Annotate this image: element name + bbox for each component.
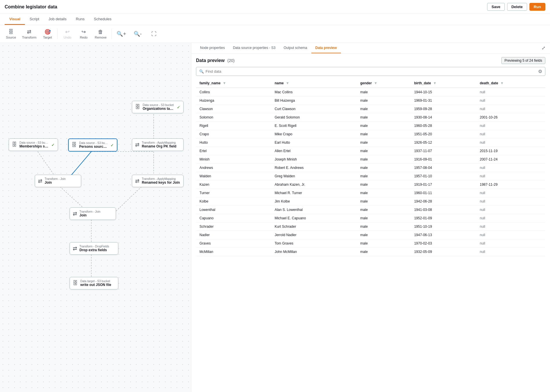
- panel-tab-data-source-properties[interactable]: Data source properties - S3: [229, 43, 279, 53]
- undo-button[interactable]: ↩ Undo: [60, 28, 75, 40]
- node-rename-org[interactable]: ⇄ Transform - ApplyMapping Rename Org PK…: [132, 138, 184, 151]
- cell-name: Mike Crapo: [271, 130, 357, 138]
- cell-gender: male: [357, 172, 411, 180]
- cell-name: Joseph Minish: [271, 155, 357, 164]
- drop-fields-icon: ⇄: [73, 245, 77, 252]
- target-button[interactable]: 🎯 Target: [40, 28, 55, 40]
- panel-tab-data-preview[interactable]: Data preview: [311, 43, 341, 53]
- cell-name: Mac Collins: [271, 88, 357, 96]
- renamed-keys-label: Transform - ApplyMapping: [142, 177, 180, 180]
- cell-family_name: Collins: [196, 88, 271, 96]
- data-table-container[interactable]: family_name ▼ name ▼ gender ▼ birth_date…: [196, 79, 545, 392]
- col-family-name[interactable]: family_name ▼: [196, 79, 271, 88]
- persons-icon: 🗄: [72, 142, 77, 148]
- cell-name: Tom Graves: [271, 239, 357, 248]
- transform-label: Transform: [22, 36, 37, 39]
- cell-death_date: null: [476, 130, 545, 138]
- save-button[interactable]: Save: [487, 3, 504, 11]
- zoom-out-icon: 🔍-: [134, 31, 142, 37]
- zoom-out-button[interactable]: 🔍-: [130, 30, 145, 38]
- cell-death_date: null: [476, 223, 545, 231]
- zoom-in-button[interactable]: 🔍+: [114, 30, 129, 38]
- table-row: AndrewsRobert E. Andrewsmale1957-08-04nu…: [196, 164, 545, 172]
- canvas[interactable]: 🗄 Data source - S3 bucket Memberships so…: [0, 43, 191, 392]
- delete-button[interactable]: Delete: [507, 3, 527, 11]
- node-persons[interactable]: 🗄 Data source - S3 bucket Persons source…: [68, 138, 117, 152]
- cell-family_name: Ertel: [196, 147, 271, 155]
- cell-gender: male: [357, 231, 411, 239]
- cell-family_name: Rigell: [196, 122, 271, 130]
- target-label: Target: [43, 36, 52, 39]
- cell-name: Kurt Schrader: [271, 223, 357, 231]
- node-join1[interactable]: ⇄ Transform - Join Join: [35, 175, 81, 187]
- cell-death_date: null: [476, 214, 545, 223]
- tab-visual[interactable]: Visual: [5, 14, 25, 25]
- cell-name: Greg Walden: [271, 172, 357, 180]
- null-value: null: [480, 199, 485, 203]
- cell-birth_date: 1951-10-19: [411, 223, 476, 231]
- data-preview-title: Data preview (20): [196, 58, 235, 63]
- node-organizations[interactable]: 🗄 Data source - S3 bucket Organizations …: [132, 101, 184, 113]
- cell-gender: male: [357, 113, 411, 122]
- transform-button[interactable]: ⇄ Transform: [20, 28, 39, 40]
- col-name[interactable]: name ▼: [271, 79, 357, 88]
- cell-family_name: Graves: [196, 239, 271, 248]
- cell-death_date: null: [476, 189, 545, 197]
- node-target[interactable]: 🗄 Data target - S3 bucket write out JSON…: [70, 277, 118, 289]
- table-row: ErtelAllen Ertelmale1937-11-072015-11-19: [196, 147, 545, 155]
- null-value: null: [480, 166, 485, 170]
- header: Combine legislator data Save Delete Run: [0, 0, 550, 14]
- cell-death_date: 1987-11-29: [476, 180, 545, 189]
- tab-script[interactable]: Script: [25, 14, 44, 25]
- table-row: WaldenGreg Waldenmale1957-01-10null: [196, 172, 545, 180]
- node-drop-fields[interactable]: ⇄ Transform - DropFields Drop extra fiel…: [70, 242, 118, 255]
- table-row: CollinsMac Collinsmale1944-10-15null: [196, 88, 545, 96]
- redo-button[interactable]: ↪ Redo: [76, 28, 91, 40]
- search-input[interactable]: [206, 69, 536, 74]
- cell-name: Abraham Kazen, Jr.: [271, 180, 357, 189]
- col-birth-date[interactable]: birth_date ▼: [411, 79, 476, 88]
- data-preview-panel: Data preview (20) Previewing 5 of 24 fie…: [191, 54, 550, 392]
- remove-label: Remove: [95, 36, 107, 39]
- cell-birth_date: 1960-01-11: [411, 189, 476, 197]
- table-row: KolbeJim Kolbemale1942-06-28null: [196, 197, 545, 206]
- rename-org-label: Transform - ApplyMapping: [142, 141, 180, 144]
- col-gender[interactable]: gender ▼: [357, 79, 411, 88]
- run-button[interactable]: Run: [529, 3, 545, 11]
- node-join2[interactable]: ⇄ Transform - Join Join: [70, 207, 116, 220]
- cell-gender: male: [357, 105, 411, 113]
- rename-org-title: Rename Org PK field: [142, 144, 180, 148]
- node-renamed-keys[interactable]: ⇄ Transform - ApplyMapping Renamed keys …: [132, 175, 184, 187]
- cell-name: Earl Hutto: [271, 138, 357, 147]
- node-memberships[interactable]: 🗄 Data source - S3 bucket Memberships so…: [9, 138, 58, 151]
- cell-birth_date: 1957-08-04: [411, 164, 476, 172]
- remove-button[interactable]: 🗑 Remove: [92, 28, 109, 40]
- settings-icon[interactable]: ⚙: [538, 69, 542, 74]
- source-button[interactable]: 🗄 Source: [3, 28, 19, 40]
- cell-death_date: null: [476, 164, 545, 172]
- organizations-content: Data source - S3 bucket Organizations ta…: [143, 103, 175, 111]
- remove-icon: 🗑: [98, 29, 103, 35]
- null-value: null: [480, 225, 485, 229]
- memberships-icon: 🗄: [12, 142, 17, 148]
- rename-org-icon: ⇄: [135, 142, 139, 148]
- col-death-date[interactable]: death_date ▼: [476, 79, 545, 88]
- null-value: null: [480, 191, 485, 195]
- organizations-status: ✓: [177, 105, 180, 110]
- cell-family_name: Hutto: [196, 138, 271, 147]
- fit-icon: ⛶: [151, 31, 157, 37]
- tab-schedules[interactable]: Schedules: [89, 14, 116, 25]
- tab-runs[interactable]: Runs: [71, 14, 89, 25]
- zoom-in-icon: 🔍+: [117, 31, 126, 37]
- fit-button[interactable]: ⛶: [146, 30, 161, 38]
- cell-birth_date: 1932-05-09: [411, 248, 476, 256]
- panel-tab-output-schema[interactable]: Output schema: [279, 43, 311, 53]
- table-row: CrapoMike Crapomale1951-05-20null: [196, 130, 545, 138]
- panel-tab-node-properties[interactable]: Node properties: [196, 43, 229, 53]
- join2-icon: ⇄: [73, 211, 77, 217]
- tab-job-details[interactable]: Job details: [44, 14, 71, 25]
- expand-button[interactable]: ⤢: [542, 43, 545, 53]
- table-row: MinishJoseph Minishmale1916-09-012007-11…: [196, 155, 545, 164]
- table-row: CapuanoMichael E. Capuanomale1952-01-09n…: [196, 214, 545, 223]
- panel-tabs: Node properties Data source properties -…: [191, 43, 550, 54]
